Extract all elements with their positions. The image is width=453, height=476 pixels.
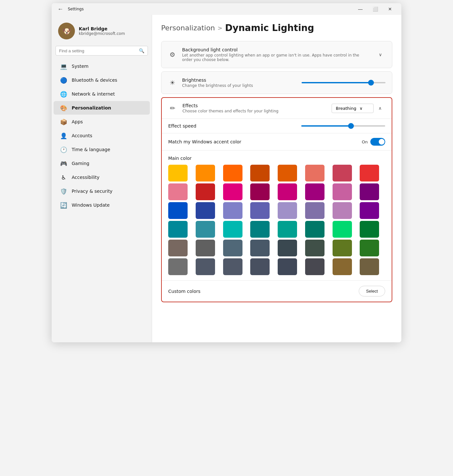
select-button[interactable]: Select [359, 286, 385, 296]
custom-colors-row: Custom colors Select [162, 281, 392, 302]
time-icon: 🕐 [60, 146, 67, 153]
color-swatch[interactable] [196, 202, 215, 219]
titlebar-left: ← Settings [56, 5, 84, 13]
brightness-row: ☀️ Brightness Change the brightness of y… [161, 72, 392, 94]
maximize-button[interactable]: ⬜ [368, 3, 383, 15]
color-swatch[interactable] [305, 183, 324, 200]
sidebar-item-label: Time & language [72, 147, 110, 152]
toggle-thumb [379, 139, 385, 145]
color-swatch[interactable] [196, 165, 215, 181]
color-swatch[interactable] [250, 258, 270, 275]
search-icon: 🔍 [139, 48, 144, 53]
color-swatch[interactable] [360, 183, 379, 200]
color-swatch[interactable] [333, 165, 352, 181]
sidebar-item-label: Windows Update [72, 202, 110, 208]
effects-collapse-btn[interactable]: ∧ [375, 103, 385, 113]
sidebar-item-label: Personalization [72, 105, 111, 110]
sidebar-item-personalization[interactable]: 🎨 Personalization [54, 101, 150, 115]
sidebar-item-system[interactable]: 💻 System [54, 59, 150, 73]
color-swatch[interactable] [168, 221, 188, 238]
sidebar-item-accounts[interactable]: 👤 Accounts [54, 129, 150, 142]
effect-speed-slider[interactable] [301, 125, 385, 127]
color-swatch[interactable] [278, 240, 297, 256]
color-swatch[interactable] [223, 183, 242, 200]
color-swatch[interactable] [305, 202, 324, 219]
effect-speed-row: Effect speed [162, 119, 392, 133]
sidebar-item-privacy[interactable]: 🛡️ Privacy & security [54, 184, 150, 198]
color-swatch[interactable] [333, 202, 352, 219]
sidebar-item-label: Gaming [72, 161, 89, 166]
color-swatch[interactable] [305, 240, 324, 256]
color-swatch[interactable] [305, 258, 324, 275]
main-content: Personalization > Dynamic Lighting ⚙️ Ba… [152, 15, 401, 342]
color-swatch[interactable] [278, 202, 297, 219]
match-accent-toggle[interactable] [370, 138, 385, 146]
sidebar-item-accessibility[interactable]: ♿ Accessibility [54, 171, 150, 184]
color-swatch[interactable] [278, 221, 297, 238]
sidebar-item-network[interactable]: 🌐 Network & internet [54, 87, 150, 101]
effects-card: ✏️ Effects Choose color themes and effec… [161, 97, 392, 302]
color-swatch[interactable] [278, 258, 297, 275]
search-input[interactable] [59, 48, 136, 53]
brightness-slider[interactable] [302, 82, 386, 83]
color-swatch[interactable] [250, 240, 270, 256]
sidebar-item-label: System [72, 64, 88, 69]
accessibility-icon: ♿ [60, 174, 67, 181]
background-light-expand[interactable]: ∨ [375, 49, 386, 60]
color-swatch[interactable] [196, 221, 215, 238]
minimize-button[interactable]: — [353, 3, 368, 15]
color-swatch[interactable] [168, 258, 188, 275]
color-swatch[interactable] [168, 165, 188, 181]
color-swatch[interactable] [278, 165, 297, 181]
color-swatch[interactable] [223, 202, 242, 219]
sidebar-item-time[interactable]: 🕐 Time & language [54, 143, 150, 156]
effects-controls: Breathing ∨ ∧ [332, 103, 385, 113]
color-swatch[interactable] [168, 183, 188, 200]
sidebar-item-update[interactable]: 🔄 Windows Update [54, 198, 150, 212]
color-swatch[interactable] [223, 258, 242, 275]
effects-dropdown[interactable]: Breathing ∨ [332, 104, 374, 113]
color-swatch[interactable] [168, 240, 188, 256]
color-swatch[interactable] [333, 258, 352, 275]
color-swatch[interactable] [333, 221, 352, 238]
sidebar-item-apps[interactable]: 📦 Apps [54, 115, 150, 129]
chevron-down-icon: ∨ [359, 106, 363, 111]
match-accent-label: Match my Windows accent color [168, 139, 362, 144]
back-button[interactable]: ← [56, 5, 65, 13]
color-swatch[interactable] [250, 183, 270, 200]
color-swatch[interactable] [223, 221, 242, 238]
sidebar-item-bluetooth[interactable]: 🔵 Bluetooth & devices [54, 73, 150, 87]
color-swatch[interactable] [360, 240, 379, 256]
color-swatch[interactable] [360, 165, 379, 181]
color-swatch[interactable] [278, 183, 297, 200]
color-swatch[interactable] [305, 221, 324, 238]
background-light-icon: ⚙️ [168, 50, 177, 59]
background-light-text: Background light control Let another app… [182, 47, 370, 62]
color-swatch[interactable] [196, 240, 215, 256]
main-color-label: Main color [168, 156, 385, 161]
color-swatch[interactable] [250, 165, 270, 181]
close-button[interactable]: ✕ [383, 3, 397, 15]
color-swatch[interactable] [305, 165, 324, 181]
color-swatch[interactable] [196, 258, 215, 275]
color-swatch[interactable] [360, 202, 379, 219]
background-light-row[interactable]: ⚙️ Background light control Let another … [161, 41, 392, 68]
color-swatch[interactable] [196, 183, 215, 200]
color-swatch[interactable] [333, 183, 352, 200]
breadcrumb-parent: Personalization [161, 24, 215, 32]
privacy-icon: 🛡️ [60, 188, 67, 195]
sidebar-item-label: Accessibility [72, 175, 99, 180]
sidebar-item-gaming[interactable]: 🎮 Gaming [54, 157, 150, 170]
color-swatch[interactable] [223, 165, 242, 181]
color-swatch[interactable] [250, 202, 270, 219]
user-profile[interactable]: 🐶 Karl Bridge kbridge@microsoft.com [52, 19, 152, 46]
search-box[interactable]: 🔍 [56, 46, 148, 56]
color-swatch[interactable] [168, 202, 188, 219]
bluetooth-icon: 🔵 [60, 77, 67, 84]
color-swatch[interactable] [250, 221, 270, 238]
color-swatch[interactable] [223, 240, 242, 256]
avatar: 🐶 [58, 23, 75, 39]
color-swatch[interactable] [333, 240, 352, 256]
color-swatch[interactable] [360, 258, 379, 275]
color-swatch[interactable] [360, 221, 379, 238]
